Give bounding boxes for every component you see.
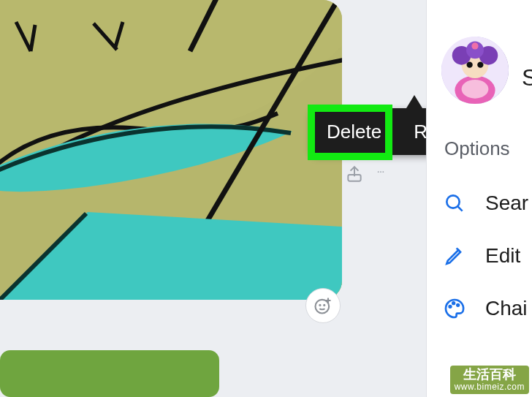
svg-point-6	[319, 305, 320, 306]
details-panel: S Options Sear Edit Chai	[426, 0, 532, 397]
search-icon	[441, 190, 468, 216]
app-viewport: Delete React S Options	[0, 0, 532, 397]
delete-action[interactable]: Delete	[311, 108, 398, 155]
message-image[interactable]	[0, 0, 342, 300]
svg-point-19	[446, 195, 459, 208]
watermark-url: www.bimeiz.com	[455, 382, 525, 392]
options-heading: Options	[444, 137, 510, 160]
user-name: S	[522, 64, 532, 91]
drawing-illustration	[0, 0, 342, 300]
menu-item-search[interactable]: Sear	[441, 190, 528, 216]
svg-point-5	[316, 300, 330, 314]
svg-point-13	[467, 62, 473, 68]
menu-item-edit[interactable]: Edit	[441, 243, 528, 269]
pencil-icon	[441, 243, 468, 269]
svg-point-11	[462, 80, 489, 99]
menu-label: Edit	[485, 244, 520, 268]
user-avatar[interactable]	[441, 37, 509, 104]
add-reaction-button[interactable]	[305, 288, 341, 323]
outgoing-message-bubble[interactable]	[0, 350, 219, 397]
menu-label: Chai	[485, 297, 528, 320]
watermark-title: 生活百科	[463, 367, 516, 382]
svg-point-20	[449, 306, 452, 308]
menu-item-change[interactable]: Chai	[441, 295, 528, 322]
source-watermark: 生活百科 www.bimeiz.com	[450, 366, 529, 394]
menu-label: Sear	[485, 192, 528, 215]
svg-point-3	[380, 171, 381, 173]
svg-point-7	[324, 305, 324, 306]
svg-point-2	[378, 171, 379, 173]
svg-point-22	[457, 304, 459, 306]
svg-point-21	[452, 302, 455, 304]
tooltip-caret-icon	[406, 92, 422, 108]
svg-point-14	[477, 62, 483, 68]
svg-point-4	[382, 171, 384, 173]
options-menu: Sear Edit Chai	[441, 190, 528, 322]
message-action-row	[345, 165, 390, 184]
more-icon[interactable]	[371, 165, 390, 184]
palette-icon	[441, 295, 468, 322]
svg-point-18	[471, 42, 478, 49]
share-icon[interactable]	[345, 165, 364, 184]
